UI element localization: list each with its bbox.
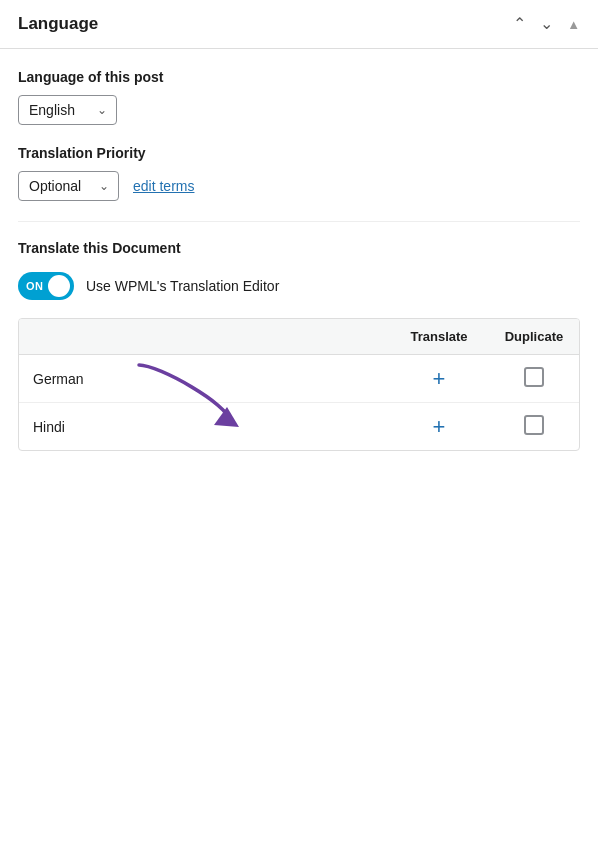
language-select-wrapper: English German Hindi French Spanish ⌄ bbox=[18, 95, 117, 125]
translation-priority-label: Translation Priority bbox=[18, 145, 580, 161]
translate-plus-icon-hindi[interactable]: + bbox=[433, 416, 446, 438]
toggle-on-label: ON bbox=[26, 280, 44, 292]
language-of-post-section: Language of this post English German Hin… bbox=[18, 69, 580, 125]
priority-row: Optional High Normal Low ⌄ edit terms bbox=[18, 171, 580, 201]
chevron-up-icon[interactable]: ⌃ bbox=[513, 16, 526, 32]
table-row: German + bbox=[19, 355, 579, 403]
col-translate-header: Translate bbox=[389, 319, 489, 355]
language-select[interactable]: English German Hindi French Spanish bbox=[18, 95, 117, 125]
table-row: Hindi + bbox=[19, 403, 579, 451]
translation-table-container: Translate Duplicate German + bbox=[18, 318, 580, 451]
translation-priority-section: Translation Priority Optional High Norma… bbox=[18, 145, 580, 201]
language-cell-german: German bbox=[19, 355, 389, 403]
duplicate-checkbox-hindi[interactable] bbox=[524, 415, 544, 435]
duplicate-cell-hindi bbox=[489, 403, 579, 451]
panel-header: Language ⌃ ⌄ ▲ bbox=[0, 0, 598, 49]
translate-plus-icon-german[interactable]: + bbox=[433, 368, 446, 390]
panel-title: Language bbox=[18, 14, 513, 34]
wpml-toggle[interactable]: ON bbox=[18, 272, 74, 300]
header-icons: ⌃ ⌄ ▲ bbox=[513, 16, 580, 32]
edit-terms-link[interactable]: edit terms bbox=[133, 178, 194, 194]
language-of-post-label: Language of this post bbox=[18, 69, 580, 85]
triangle-icon[interactable]: ▲ bbox=[567, 18, 580, 31]
table-header-row: Translate Duplicate bbox=[19, 319, 579, 355]
language-panel: Language ⌃ ⌄ ▲ Language of this post Eng… bbox=[0, 0, 598, 471]
section-divider bbox=[18, 221, 580, 222]
translate-document-label: Translate this Document bbox=[18, 240, 580, 256]
language-cell-hindi: Hindi bbox=[19, 403, 389, 451]
panel-body: Language of this post English German Hin… bbox=[0, 49, 598, 471]
toggle-knob bbox=[48, 275, 70, 297]
col-duplicate-header: Duplicate bbox=[489, 319, 579, 355]
translate-cell-hindi: + bbox=[389, 403, 489, 451]
translate-cell-german: + bbox=[389, 355, 489, 403]
toggle-description-text: Use WPML's Translation Editor bbox=[86, 278, 279, 294]
priority-select-wrapper: Optional High Normal Low ⌄ bbox=[18, 171, 119, 201]
toggle-slider: ON bbox=[18, 272, 74, 300]
duplicate-cell-german bbox=[489, 355, 579, 403]
col-language-header bbox=[19, 319, 389, 355]
chevron-down-icon[interactable]: ⌄ bbox=[540, 16, 553, 32]
translation-table: Translate Duplicate German + bbox=[19, 319, 579, 450]
toggle-row: ON Use WPML's Translation Editor bbox=[18, 272, 580, 300]
duplicate-checkbox-german[interactable] bbox=[524, 367, 544, 387]
priority-select[interactable]: Optional High Normal Low bbox=[18, 171, 119, 201]
